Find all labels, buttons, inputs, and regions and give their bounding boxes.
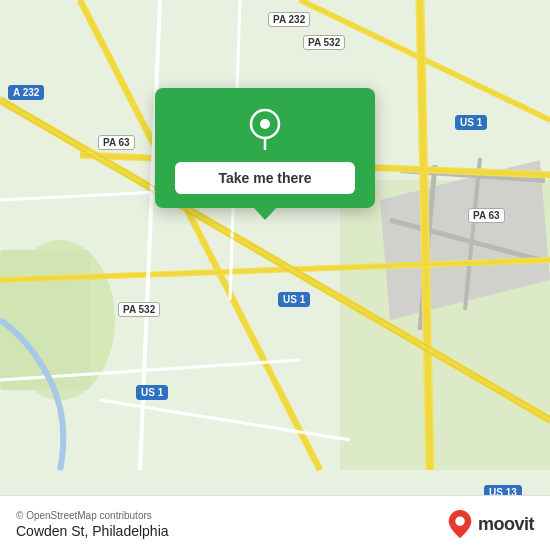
bottom-left-info: © OpenStreetMap contributors Cowden St, … — [16, 510, 169, 539]
road-label-pa232: PA 232 — [268, 12, 310, 27]
map-container: PA 232 A 232 PA 63 US 1 PA 532 PA 532 US… — [0, 0, 550, 550]
road-label-pa63-right: PA 63 — [468, 208, 505, 223]
road-label-pa63: PA 63 — [98, 135, 135, 150]
road-label-a232: A 232 — [8, 85, 44, 100]
moovit-pin-icon — [446, 508, 474, 540]
take-me-there-button[interactable]: Take me there — [175, 162, 355, 194]
moovit-logo: moovit — [446, 508, 534, 540]
road-label-pa532-top: PA 532 — [303, 35, 345, 50]
road-label-us1-right: US 1 — [455, 115, 487, 130]
popup-card: Take me there — [155, 88, 375, 208]
map-svg — [0, 0, 550, 550]
location-pin-icon — [243, 106, 287, 150]
location-name: Cowden St, Philadelphia — [16, 523, 169, 539]
road-label-pa532-mid: PA 532 — [118, 302, 160, 317]
attribution-text: © OpenStreetMap contributors — [16, 510, 169, 521]
bottom-bar: © OpenStreetMap contributors Cowden St, … — [0, 495, 550, 550]
svg-point-30 — [455, 516, 464, 525]
road-label-us1-left: US 1 — [136, 385, 168, 400]
road-label-us1-mid: US 1 — [278, 292, 310, 307]
moovit-brand-text: moovit — [478, 514, 534, 535]
svg-point-29 — [260, 119, 270, 129]
